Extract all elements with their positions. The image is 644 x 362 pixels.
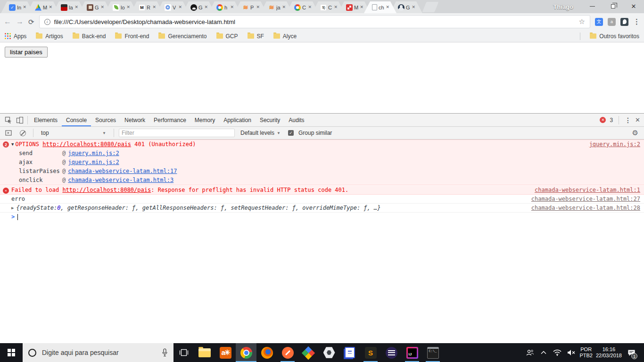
console-error-row[interactable]: 2 ▼ OPTIONS http://localhost:8080/pais 4… xyxy=(0,140,644,149)
taskbar-notes-app[interactable] xyxy=(339,343,360,362)
language-indicator[interactable]: POR PTB2 xyxy=(579,346,593,359)
address-bar[interactable]: i file:///C:/Users/developer/Desktop/cha… xyxy=(39,15,590,28)
bookmark-folder[interactable]: Alyce xyxy=(273,33,297,40)
clear-console-icon[interactable] xyxy=(17,127,28,139)
expand-caret-icon[interactable]: ▶ xyxy=(11,205,14,210)
close-button[interactable] xyxy=(623,0,644,12)
tab-application[interactable]: Application xyxy=(219,114,256,126)
forward-button[interactable]: → xyxy=(16,18,24,25)
bookmark-others-folder[interactable]: Outros favoritos xyxy=(590,33,639,40)
bookmark-folder[interactable]: GCP xyxy=(216,33,238,40)
bag-extension-icon[interactable]: a xyxy=(608,18,616,26)
inspect-element-icon[interactable] xyxy=(3,115,14,126)
restore-button[interactable] xyxy=(603,0,623,12)
taskbar-chrome[interactable] xyxy=(236,343,256,362)
devtools-menu-icon[interactable]: ⋮ xyxy=(625,116,631,124)
tab-close-icon[interactable]: ✕ xyxy=(334,5,338,9)
taskbar-intellij[interactable] xyxy=(402,343,422,362)
taskbar-drive-diamond[interactable] xyxy=(298,343,319,362)
context-dropdown[interactable]: top ▼ xyxy=(38,130,109,136)
bookmark-star-icon[interactable]: ☆ xyxy=(579,17,585,26)
tab-close-icon[interactable]: ✕ xyxy=(126,5,130,9)
console-sidebar-icon[interactable] xyxy=(3,127,14,139)
source-link[interactable]: chamada-webservice-latam.html:28 xyxy=(526,205,640,211)
collapse-caret-icon[interactable]: ▼ xyxy=(11,141,14,147)
clock[interactable]: 16:16 22/03/2018 xyxy=(596,346,622,359)
stack-source-link[interactable]: chamada-webservice-latam.html:3 xyxy=(68,177,173,183)
dark-extension-icon[interactable] xyxy=(620,18,628,26)
bookmark-folder[interactable]: Front-end xyxy=(115,33,149,40)
bookmark-folder[interactable]: Back-end xyxy=(73,33,106,40)
tab-network[interactable]: Network xyxy=(120,114,149,126)
start-button[interactable] xyxy=(0,343,23,362)
tab-close-icon[interactable]: ✕ xyxy=(256,5,260,9)
settings-gear-icon[interactable]: ⚙ xyxy=(632,129,638,137)
bookmark-apps[interactable]: Apps xyxy=(5,33,26,40)
new-tab-button[interactable] xyxy=(422,2,439,12)
taskbar-firefox[interactable] xyxy=(256,343,277,362)
tab-close-icon[interactable]: ✕ xyxy=(308,5,312,9)
tab-close-icon[interactable]: ✕ xyxy=(74,5,78,9)
browser-menu-icon[interactable]: ⋮ xyxy=(633,17,640,26)
people-icon[interactable] xyxy=(525,343,535,362)
stack-source-link[interactable]: jquery.min.js:2 xyxy=(68,150,119,156)
tab-close-icon[interactable]: ✕ xyxy=(360,5,363,9)
tab-console[interactable]: Console xyxy=(62,114,91,126)
source-link[interactable]: chamada-webservice-latam.html:27 xyxy=(526,196,640,202)
listar-paises-button[interactable]: listar paises xyxy=(5,47,48,58)
taskbar-eclipse[interactable] xyxy=(381,343,402,362)
taskbar-sublime[interactable] xyxy=(360,343,381,362)
bookmark-folder[interactable]: SF xyxy=(248,33,264,40)
stack-source-link[interactable]: chamada-webservice-latam.html:17 xyxy=(68,168,177,174)
tab-close-icon[interactable]: ✕ xyxy=(204,5,208,9)
group-similar-checkbox[interactable]: ✓ xyxy=(288,130,294,136)
profile-name[interactable]: Thiago xyxy=(553,3,573,10)
tab-close-icon[interactable]: ✕ xyxy=(282,5,286,9)
wifi-icon[interactable] xyxy=(552,343,562,362)
taskbar-google-cloud[interactable] xyxy=(319,343,339,362)
back-button[interactable]: ← xyxy=(4,18,11,25)
speaker-muted-icon[interactable] xyxy=(566,343,576,362)
tab-memory[interactable]: Memory xyxy=(190,114,219,126)
devtools-close-icon[interactable]: ✕ xyxy=(635,116,640,123)
filter-input[interactable] xyxy=(119,129,235,137)
tab-performance[interactable]: Performance xyxy=(149,114,190,126)
chevron-up-icon[interactable] xyxy=(538,343,549,362)
device-toolbar-icon[interactable] xyxy=(14,115,25,126)
taskbar-cmd[interactable] xyxy=(422,343,443,362)
taskbar-a-orange-app[interactable] xyxy=(215,343,236,362)
tab-close-icon[interactable]: ✕ xyxy=(49,5,52,9)
levels-dropdown[interactable]: Default levels ▼ xyxy=(240,130,281,136)
page-info-icon[interactable]: i xyxy=(44,19,50,25)
failed-url-link[interactable]: http://localhost:8080/pais xyxy=(62,187,151,193)
browser-tab-active[interactable]: ch✕ xyxy=(364,1,396,13)
console-prompt-row[interactable]: > xyxy=(0,213,644,222)
reload-button[interactable]: ⟳ xyxy=(28,18,34,25)
source-link[interactable]: chamada-webservice-latam.html:1 xyxy=(529,187,640,193)
taskbar-file-explorer[interactable] xyxy=(194,343,215,362)
bookmark-folder[interactable]: Artigos xyxy=(36,33,63,40)
tab-close-icon[interactable]: ✕ xyxy=(412,5,415,9)
bookmark-folder[interactable]: Gerenciamento xyxy=(158,33,206,40)
taskbar-postman[interactable] xyxy=(277,343,298,362)
error-count[interactable]: 3 xyxy=(610,117,613,123)
microphone-icon[interactable] xyxy=(162,348,168,357)
url-text[interactable]: file:///C:/Users/developer/Desktop/chama… xyxy=(54,18,575,25)
tab-sources[interactable]: Sources xyxy=(91,114,120,126)
translate-extension-icon[interactable]: 文 xyxy=(595,18,603,26)
tab-close-icon[interactable]: ✕ xyxy=(178,5,182,9)
tab-close-icon[interactable]: ✕ xyxy=(386,5,389,9)
stack-source-link[interactable]: jquery.min.js:2 xyxy=(68,159,119,165)
minimize-button[interactable] xyxy=(582,0,603,12)
tab-close-icon[interactable]: ✕ xyxy=(23,5,26,9)
tab-audits[interactable]: Audits xyxy=(284,114,308,126)
tab-close-icon[interactable]: ✕ xyxy=(152,5,156,9)
task-view-button[interactable] xyxy=(173,343,194,362)
request-url-link[interactable]: http://localhost:8080/pais xyxy=(42,141,131,148)
tab-security[interactable]: Security xyxy=(256,114,284,126)
tab-close-icon[interactable]: ✕ xyxy=(230,5,234,9)
action-center-button[interactable]: 1 xyxy=(625,343,637,362)
source-link[interactable]: jquery.min.js:2 xyxy=(584,141,640,148)
error-badge-icon[interactable]: ✕ xyxy=(600,117,606,123)
tab-close-icon[interactable]: ✕ xyxy=(100,5,104,9)
